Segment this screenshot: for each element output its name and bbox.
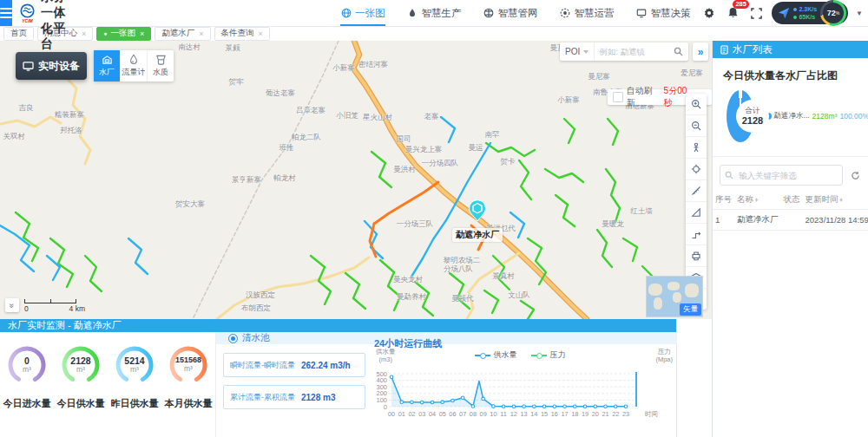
plant-table: 序号名称▲▼状态更新时间▲▼ 1勐遮净水厂2023/11/28 14:59:25 [713, 191, 868, 231]
tab-bar: 首页消息中心×●一张图×勐遮水厂×条件查询× [0, 26, 868, 41]
map-label: 曼暖龙 [602, 219, 624, 230]
svg-text:22: 22 [612, 410, 619, 418]
realtime-device-button[interactable]: 实时设备 [16, 52, 87, 80]
map-label: 布朗西定 [241, 303, 271, 314]
table-cell: 2023/11/28 14:59:25 [803, 210, 868, 231]
auto-refresh-checkbox[interactable] [613, 92, 623, 102]
logo-icon [20, 3, 35, 18]
system-gauge: 72% [820, 0, 846, 26]
plant-marker-label: 勐遮净水厂 [452, 228, 503, 242]
locate-button[interactable] [686, 159, 707, 180]
map-label: 贺牢 [229, 77, 244, 88]
table-row[interactable]: 1勐遮净水厂2023/11/28 14:59:25 [713, 210, 868, 231]
flow-cards: 瞬时流量-瞬时流量262.24 m3/h累计流量-累积流量2128 m3 [223, 353, 365, 417]
active-tab-dot: ● [103, 30, 107, 36]
map[interactable]: 南达村景颇贺牢密结河寨小新寨曼瓦曼尼寨南鲁大寨小新寨旧塘新寨爱尼寨吉良糯装新寨邦… [0, 41, 712, 319]
pipeline-button[interactable] [686, 224, 707, 245]
legend-item-供水量[interactable]: 供水量 [475, 349, 517, 361]
pool-radio[interactable] [228, 334, 238, 343]
svg-text:13: 13 [521, 410, 528, 418]
sort-icon[interactable]: ▲▼ [839, 198, 844, 202]
collapse-bottom-panel-button[interactable]: » [5, 298, 19, 312]
notification-badge: 285 [733, 0, 749, 9]
col-header-状态: 状态 [781, 191, 803, 210]
pipeline-icon [691, 229, 701, 239]
col-header-更新时间[interactable]: 更新时间▲▼ [803, 191, 868, 210]
tab-首页[interactable]: 首页 [3, 27, 34, 41]
water-gauges: 0m³今日进水量2128m³今日供水量5214m³昨日供水量151568m³本月… [0, 332, 215, 437]
table-refresh-button[interactable] [848, 168, 862, 182]
minimap[interactable]: 矢量 [646, 276, 703, 317]
tab-条件查询[interactable]: 条件查询× [214, 27, 270, 41]
run-curve-chart: 24小时运行曲线 供水量(m3) 压力(Mpa) 供水量压力 010020030… [365, 334, 674, 436]
gauge-今日进水量: 0m³今日进水量 [3, 344, 51, 410]
poi-type-select[interactable]: POI [560, 42, 595, 61]
zoom-out-button[interactable] [686, 115, 707, 137]
layer-button-水厂[interactable]: 水厂 [94, 50, 121, 82]
chevron-down-icon [583, 50, 589, 54]
tab-一张图[interactable]: ●一张图× [96, 27, 151, 41]
tab-close-icon[interactable]: × [140, 29, 144, 38]
sort-icon[interactable]: ▲▼ [754, 198, 759, 202]
map-label: 小新寨 [557, 95, 580, 106]
zoom-in-button[interactable] [686, 94, 707, 115]
map-label: 贺卡 [501, 157, 516, 167]
gauge-label: 本月供水量 [165, 397, 213, 410]
tab-close-icon[interactable]: × [82, 29, 86, 38]
collapse-right-panel-button[interactable]: » [693, 42, 708, 61]
measure-distance-icon [691, 186, 701, 196]
map-label: 帕龙二队 [292, 133, 321, 143]
pool-tab-label[interactable]: 清水池 [242, 332, 270, 344]
tab-close-icon[interactable]: × [199, 29, 203, 38]
fullscreen-icon[interactable] [748, 5, 764, 21]
divider [713, 156, 868, 157]
menu-button[interactable] [0, 0, 12, 26]
street-view-button[interactable] [686, 137, 707, 159]
plant-search-input[interactable] [737, 170, 838, 181]
measure-distance-button[interactable] [686, 180, 707, 202]
flow-value: 262.24 m3/h [301, 361, 351, 370]
svg-text:03: 03 [418, 410, 425, 418]
gauge-昨日供水量: 5214m³昨日供水量 [110, 344, 159, 410]
zoom-in-icon [691, 99, 701, 109]
col-header-名称[interactable]: 名称▲▼ [734, 191, 781, 210]
tab-勐遮水厂[interactable]: 勐遮水厂× [155, 27, 210, 41]
legend-label: 供水量 [494, 349, 517, 361]
nav-decision[interactable]: 智慧决策 [625, 0, 701, 26]
notifications-bell-icon[interactable]: 285 [725, 5, 740, 21]
settings-gear-icon[interactable] [701, 5, 717, 21]
svg-text:14: 14 [530, 410, 537, 418]
decision-icon [636, 8, 647, 18]
table-cell [781, 210, 803, 231]
paper-plane-icon [778, 7, 790, 19]
map-label: 关双村 [3, 132, 25, 142]
water-quality-icon [155, 55, 167, 65]
header-caret-icon[interactable]: ▼ [856, 10, 863, 17]
network-widget[interactable]: 2.3K/s 65K/s 72% [772, 2, 848, 24]
gauge-今日供水量: 2128m³今日供水量 [56, 344, 105, 410]
poi-search-icon[interactable] [674, 47, 688, 56]
vector-map-toggle[interactable]: 矢量 [680, 303, 701, 316]
tab-label: 首页 [10, 28, 27, 39]
tab-close-icon[interactable]: × [259, 29, 263, 38]
donut-legend: 勐遮净水... 2128m³ 100.00% [765, 111, 868, 121]
plant-marker[interactable]: 勐遮净水厂 [452, 199, 503, 242]
print-icon [691, 251, 701, 261]
poi-search-input[interactable] [595, 47, 674, 56]
legend-label: 压力 [550, 349, 566, 361]
map-label: 曼洪村 [393, 165, 416, 175]
svg-text:02: 02 [408, 410, 415, 418]
nav-map[interactable]: 一张图 [330, 0, 397, 26]
nav-production[interactable]: 智慧生产 [396, 0, 472, 26]
legend-item-压力[interactable]: 压力 [531, 349, 566, 361]
layer-button-水质[interactable]: 水质 [148, 50, 174, 82]
print-button[interactable] [686, 245, 707, 267]
monitor-panel-title: 水厂实时监测 - 勐遮净水厂 [0, 319, 676, 332]
nav-operation[interactable]: 智慧运营 [549, 0, 625, 26]
production-icon [407, 8, 418, 18]
nav-pipe-network[interactable]: 智慧管网 [472, 0, 549, 26]
layer-button-流量计[interactable]: 流量计 [121, 50, 148, 82]
gauge-unit: m³ [76, 366, 85, 374]
measure-area-button[interactable] [686, 202, 707, 224]
supply-share-donut: 合计 2128 勐遮净水... 2128m³ 100.00% [727, 90, 868, 142]
